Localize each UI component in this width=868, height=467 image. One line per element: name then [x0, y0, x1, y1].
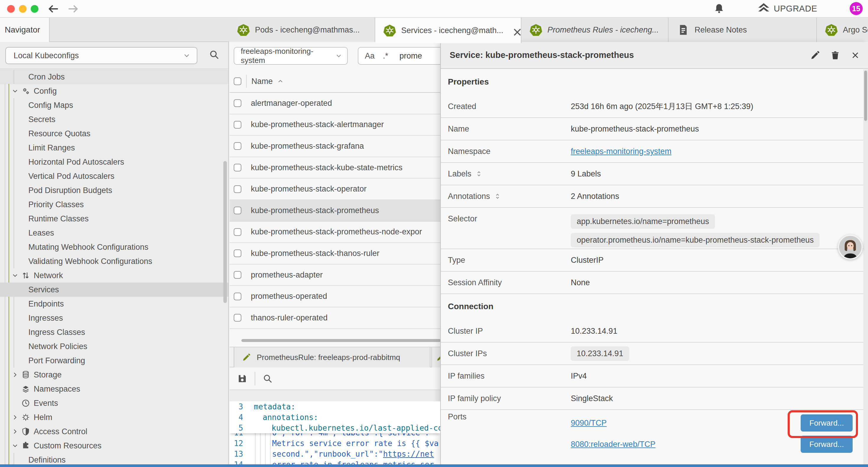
namespace-link[interactable]: freeleaps-monitoring-system — [571, 147, 672, 156]
content-tab[interactable]: Argo Se — [817, 18, 868, 42]
row-checkbox[interactable] — [234, 164, 241, 171]
row-checkbox[interactable] — [234, 121, 241, 128]
sidebar-item-access-control[interactable]: Access Control — [0, 425, 228, 439]
back-button[interactable] — [47, 3, 60, 15]
sidebar-item-limit-ranges[interactable]: Limit Ranges — [0, 141, 228, 155]
sidebar-item-custom-resources[interactable]: Custom Resources — [0, 439, 228, 453]
list-search-input[interactable]: Aa .* prome — [358, 47, 440, 65]
sidebar-item-label: Validating Webhook Configurations — [0, 257, 152, 266]
sidebar-item-services[interactable]: Services — [0, 283, 228, 297]
save-icon[interactable] — [237, 373, 248, 384]
table-row[interactable]: alertmanager-operated — [229, 93, 440, 114]
table-row[interactable]: kube-prometheus-stack-alertmanager — [229, 114, 440, 136]
sidebar-item-validating-webhook-configurations[interactable]: Validating Webhook Configurations — [0, 254, 228, 268]
editor-gutter-band — [229, 390, 440, 401]
sidebar-item-endpoints[interactable]: Endpoints — [0, 297, 228, 311]
regex-toggle[interactable]: .* — [383, 52, 388, 61]
sidebar-item-cron-jobs[interactable]: Cron Jobs — [0, 70, 228, 84]
tab-close-icon[interactable] — [511, 26, 520, 35]
sidebar-item-priority-classes[interactable]: Priority Classes — [0, 198, 228, 212]
sortud-icon[interactable] — [494, 193, 501, 200]
row-checkbox[interactable] — [234, 99, 241, 107]
table-row[interactable]: prometheus-adapter — [229, 265, 440, 286]
upgrade-icon[interactable] — [757, 2, 770, 15]
sort-ascending-icon[interactable] — [277, 78, 284, 85]
table-row[interactable]: kube-prometheus-stack-grafana — [229, 136, 440, 157]
forward-button[interactable]: Forward... — [801, 436, 852, 453]
sidebar-item-leases[interactable]: Leases — [0, 226, 228, 240]
sidebar-item-definitions[interactable]: Definitions — [0, 453, 228, 464]
sidebar-item-runtime-classes[interactable]: Runtime Classes — [0, 212, 228, 226]
row-checkbox[interactable] — [234, 142, 241, 150]
sidebar-item-mutating-webhook-configurations[interactable]: Mutating Webhook Configurations — [0, 240, 228, 254]
content-tab[interactable]: Pods - icecheng@mathmas... — [229, 18, 375, 42]
forward-button[interactable]: Forward... — [801, 414, 852, 432]
editor-search-icon[interactable] — [262, 373, 273, 384]
port-link[interactable]: 8080:reloader-web/TCP — [571, 440, 656, 449]
row-checkbox[interactable] — [234, 207, 241, 214]
row-checkbox[interactable] — [234, 314, 241, 322]
content-tab[interactable]: Prometheus Rules - icecheng... — [522, 18, 669, 42]
detail-scrollbar[interactable] — [863, 69, 868, 464]
maximize-window-button[interactable] — [31, 5, 38, 13]
detail-value: 9090/TCPForward...8080:reloader-web/TCPF… — [571, 412, 868, 455]
edit-icon[interactable] — [810, 50, 820, 60]
row-checkbox[interactable] — [234, 271, 241, 279]
close-window-button[interactable] — [7, 5, 15, 13]
table-row[interactable]: thanos-ruler-operated — [229, 308, 440, 329]
code-line: 5kubectl.kubernetes.io/last-applied-co — [229, 423, 440, 433]
forward-button[interactable] — [67, 3, 79, 15]
select-all-checkbox[interactable] — [234, 78, 241, 85]
close-icon — [850, 50, 860, 60]
sidebar-item-pod-disruption-budgets[interactable]: Pod Disruption Budgets — [0, 183, 228, 198]
notification-count-badge[interactable]: 15 — [850, 2, 863, 15]
table-row[interactable]: prometheus-operated — [229, 286, 440, 308]
content-tab[interactable]: Release Notes — [669, 18, 817, 42]
sidebar-scrollbar[interactable] — [223, 161, 227, 303]
row-checkbox[interactable] — [234, 185, 241, 193]
sidebar-item-namespaces[interactable]: Namespaces — [0, 382, 228, 396]
table-row[interactable]: kube-prometheus-stack-thanos-ruler — [229, 243, 440, 265]
sidebar-item-storage[interactable]: Storage — [0, 368, 228, 382]
content-tab[interactable]: Services - icecheng@math... — [375, 18, 522, 43]
port-link[interactable]: 9090/TCP — [571, 418, 607, 428]
sidebar-item-network-policies[interactable]: Network Policies — [0, 339, 228, 353]
sortud-icon[interactable] — [475, 170, 483, 178]
namespace-select[interactable]: freeleaps-monitoring-system — [234, 47, 348, 65]
kubeconfig-select[interactable]: Local Kubeconfigs — [5, 47, 197, 64]
user-avatar[interactable] — [838, 235, 863, 260]
horizontal-scrollbar[interactable] — [241, 339, 440, 342]
match-case-toggle[interactable]: Aa — [365, 52, 375, 61]
upgrade-label[interactable]: UPGRADE — [774, 4, 817, 13]
editor-tab-prometheusrule[interactable]: PrometheusRule: freeleaps-prod-rabbitmq — [234, 347, 430, 368]
sidebar-item-config-maps[interactable]: Config Maps — [0, 98, 228, 112]
table-row[interactable]: kube-prometheus-stack-kube-state-metrics — [229, 157, 440, 179]
close-icon[interactable] — [850, 50, 860, 60]
sidebar-item-ingresses[interactable]: Ingresses — [0, 311, 228, 325]
delete-icon[interactable] — [830, 50, 840, 60]
table-row[interactable]: kube-prometheus-stack-prometheus — [229, 200, 440, 222]
editor-tab-next[interactable] — [431, 347, 440, 368]
notifications-bell-icon[interactable] — [713, 3, 725, 14]
yaml-editor[interactable]: 3metadata:4annotations:5kubectl.kubernet… — [229, 401, 440, 464]
navigator-panel-tab[interactable]: Navigator — [0, 18, 50, 42]
sidebar-item-ingress-classes[interactable]: Ingress Classes — [0, 325, 228, 339]
table-row[interactable]: kube-prometheus-stack-operator — [229, 178, 440, 200]
minimize-window-button[interactable] — [19, 5, 27, 13]
sidebar-item-helm[interactable]: Helm — [0, 410, 228, 425]
row-checkbox[interactable] — [234, 293, 241, 300]
name-column-header[interactable]: Name — [251, 77, 273, 86]
sidebar-search-icon[interactable] — [209, 49, 220, 60]
sidebar-item-secrets[interactable]: Secrets — [0, 112, 228, 126]
sidebar-item-horizontal-pod-autoscalers[interactable]: Horizontal Pod Autoscalers — [0, 155, 228, 169]
sidebar-item-config[interactable]: Config — [0, 84, 228, 98]
row-checkbox[interactable] — [234, 228, 241, 236]
row-checkbox[interactable] — [234, 250, 241, 257]
code-link[interactable]: https://net — [383, 449, 434, 459]
sidebar-item-resource-quotas[interactable]: Resource Quotas — [0, 126, 228, 141]
sidebar-item-network[interactable]: Network — [0, 268, 228, 283]
sidebar-item-events[interactable]: Events — [0, 396, 228, 410]
sidebar-item-vertical-pod-autoscalers[interactable]: Vertical Pod Autoscalers — [0, 169, 228, 183]
table-row[interactable]: kube-prometheus-stack-prometheus-node-ex… — [229, 222, 440, 243]
sidebar-item-port-forwarding[interactable]: Port Forwarding — [0, 353, 228, 368]
